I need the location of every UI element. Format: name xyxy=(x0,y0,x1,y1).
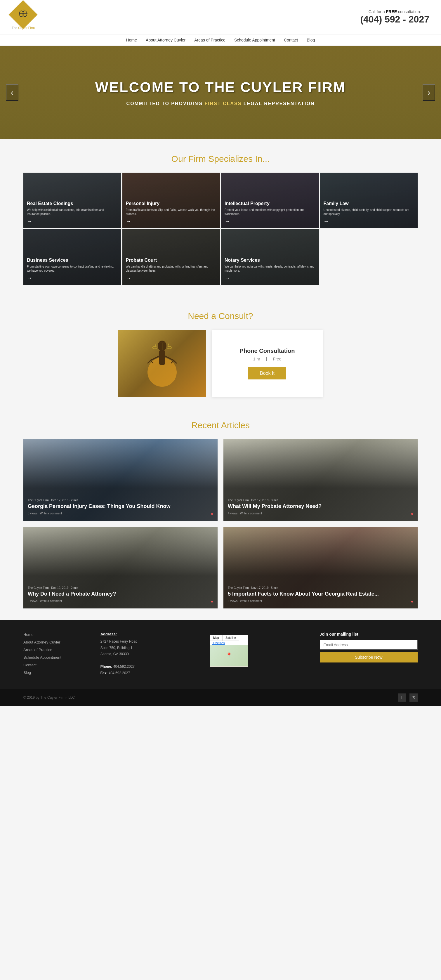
card-content: Personal Injury From traffic accidents t… xyxy=(126,201,217,224)
footer-link-home[interactable]: Home xyxy=(23,632,33,637)
consult-image xyxy=(118,330,206,397)
article-title-1: Georgia Personal Injury Cases: Things Yo… xyxy=(28,503,213,509)
service-real-estate[interactable]: Real Estate Closings We help with reside… xyxy=(23,173,121,228)
service-business[interactable]: Business Services From starting your own… xyxy=(23,229,121,285)
service-arrow-icon: → xyxy=(224,275,315,281)
article-title-2: What Will My Probate Attorney Need? xyxy=(228,503,413,509)
hero-highlight: FIRST CLASS xyxy=(205,101,242,106)
service-personal-injury[interactable]: Personal Injury From traffic accidents t… xyxy=(123,173,220,228)
map-tab-map[interactable]: Map xyxy=(210,635,222,641)
footer-bottom: © 2019 by The Cuyler Firm · LLC f 𝕏 xyxy=(0,689,441,706)
consult-price: Free xyxy=(273,356,281,361)
nav-about[interactable]: About Attorney Cuyler xyxy=(146,38,185,42)
footer-inner: Home About Attorney Cuyler Areas of Prac… xyxy=(23,632,418,678)
service-desc: Protect your ideas and creations with co… xyxy=(224,208,315,216)
article-card-2[interactable]: The Cuyler Firm Dec 12, 2019 · 3 min Wha… xyxy=(223,439,418,521)
social-icons: f 𝕏 xyxy=(398,694,418,702)
footer-link-about[interactable]: About Attorney Cuyler xyxy=(23,640,60,644)
card-content: Family Law Uncontested divorce, child cu… xyxy=(323,201,414,224)
article-card-3[interactable]: The Cuyler Firm Dec 12, 2019 · 2 min Why… xyxy=(23,527,218,608)
service-notary[interactable]: Notary Services We can help you notarize… xyxy=(221,229,319,285)
nav-home[interactable]: Home xyxy=(126,38,137,42)
call-text: Call for a FREE consultation: xyxy=(360,10,429,14)
logo-inner xyxy=(17,8,29,21)
consult-separator: | xyxy=(266,356,268,361)
article-meta-2: The Cuyler Firm Dec 12, 2019 · 3 min xyxy=(228,499,413,502)
book-it-button[interactable]: Book It xyxy=(248,367,286,379)
service-probate[interactable]: Probate Court We can handle drafting and… xyxy=(123,229,220,285)
article-content-4: The Cuyler Firm Nov 17, 2019 · 5 min 5 I… xyxy=(223,582,418,608)
service-desc: We can help you notarize wills, trusts, … xyxy=(224,265,315,273)
footer-subscribe: Join our mailing list! Subscribe Now xyxy=(320,632,418,678)
service-title: Personal Injury xyxy=(126,201,217,206)
phone-number[interactable]: (404) 592 - 2027 xyxy=(360,14,429,25)
article-views-4: 9 views Write a comment xyxy=(228,600,262,604)
footer-link-contact[interactable]: Contact xyxy=(23,663,37,667)
hero-subtitle-suffix: LEGAL REPRESENTATION xyxy=(242,101,315,106)
service-arrow-icon: → xyxy=(224,218,315,224)
map-directions-link[interactable]: Directions xyxy=(210,641,248,645)
nav-blog[interactable]: Blog xyxy=(307,38,315,42)
subscribe-email-input[interactable] xyxy=(320,640,418,650)
article-meta-1: The Cuyler Firm Dec 12, 2019 · 2 min xyxy=(28,499,213,502)
map-pin-icon: 📍 xyxy=(226,652,232,659)
subscribe-button[interactable]: Subscribe Now xyxy=(320,652,418,662)
footer-link-blog[interactable]: Blog xyxy=(23,670,31,675)
footer-map-area[interactable]: 📍 xyxy=(210,645,248,666)
consult-duration: 1 hr xyxy=(253,356,260,361)
footer-address-lines: 2727 Paces Ferry Road Suite 750, Buildin… xyxy=(100,638,198,676)
consult-section: Need a Consult? xyxy=(0,299,441,409)
footer: Home About Attorney Cuyler Areas of Prac… xyxy=(0,620,441,689)
articles-title: Recent Articles xyxy=(23,420,418,430)
article-footer-3: 9 views Write a comment ♥ xyxy=(28,600,213,604)
header: The Cuyler Firm Call for a FREE consulta… xyxy=(0,0,441,34)
article-card-4[interactable]: The Cuyler Firm Nov 17, 2019 · 5 min 5 I… xyxy=(223,527,418,608)
hero-arrow-right[interactable]: › xyxy=(423,84,435,101)
twitter-icon[interactable]: 𝕏 xyxy=(409,694,418,702)
nav-contact[interactable]: Contact xyxy=(284,38,298,42)
specializes-title: Our Firm Specializes In... xyxy=(23,154,418,164)
service-desc: From traffic accidents to 'Slip and Fall… xyxy=(126,208,217,216)
article-footer-4: 9 views Write a comment ♥ xyxy=(228,600,413,604)
service-family-law[interactable]: Family Law Uncontested divorce, child cu… xyxy=(320,173,418,228)
article-footer-2: 4 views Write a comment ♥ xyxy=(228,512,413,516)
article-card-1[interactable]: The Cuyler Firm Dec 12, 2019 · 2 min Geo… xyxy=(23,439,218,521)
nav-schedule[interactable]: Schedule Appointment xyxy=(234,38,275,42)
contact-info: Call for a FREE consultation: (404) 592 … xyxy=(360,10,429,25)
article-meta-4: The Cuyler Firm Nov 17, 2019 · 5 min xyxy=(228,586,413,589)
map-tab-satellite[interactable]: Satellite xyxy=(222,635,239,641)
service-empty xyxy=(320,229,418,285)
articles-grid: The Cuyler Firm Dec 12, 2019 · 2 min Geo… xyxy=(23,439,418,608)
consult-meta: 1 hr | Free xyxy=(251,356,283,361)
service-intellectual[interactable]: Intellectual Property Protect your ideas… xyxy=(221,173,319,228)
nav-areas[interactable]: Areas of Practice xyxy=(194,38,226,42)
service-title: Family Law xyxy=(323,201,414,206)
card-content: Intellectual Property Protect your ideas… xyxy=(224,201,315,224)
article-heart-3[interactable]: ♥ xyxy=(211,600,213,604)
service-arrow-icon: → xyxy=(323,218,414,224)
consult-title: Need a Consult? xyxy=(23,311,418,321)
specializes-section: Our Firm Specializes In... Real Estate C… xyxy=(0,139,441,299)
hero-subtitle: COMMITTED TO PROVIDING FIRST CLASS LEGAL… xyxy=(126,101,315,106)
article-heart-2[interactable]: ♥ xyxy=(411,512,413,516)
article-heart-1[interactable]: ♥ xyxy=(211,512,213,516)
facebook-icon[interactable]: f xyxy=(398,694,406,702)
service-title: Probate Court xyxy=(126,258,217,263)
article-title-3: Why Do I Need a Probate Attorney? xyxy=(28,591,213,597)
footer-link-areas[interactable]: Areas of Practice xyxy=(23,648,52,652)
navigation: Home About Attorney Cuyler Areas of Prac… xyxy=(0,34,441,46)
service-desc: We can handle drafting and probating wil… xyxy=(126,265,217,273)
copyright-text: © 2019 by The Cuyler Firm · LLC xyxy=(23,695,75,700)
service-title: Real Estate Closings xyxy=(27,201,118,206)
logo-diamond xyxy=(9,0,38,29)
card-content: Probate Court We can handle drafting and… xyxy=(126,258,217,281)
hero-title: WELCOME TO THE CUYLER FIRM xyxy=(95,79,346,95)
footer-address: Address: 2727 Paces Ferry Road Suite 750… xyxy=(100,632,198,678)
articles-section: Recent Articles The Cuyler Firm Dec 12, … xyxy=(0,409,441,620)
article-heart-4[interactable]: ♥ xyxy=(411,600,413,604)
service-arrow-icon: → xyxy=(126,218,217,224)
services-grid-top: Real Estate Closings We help with reside… xyxy=(23,173,418,228)
footer-link-schedule[interactable]: Schedule Appointment xyxy=(23,655,61,660)
hero-arrow-left[interactable]: ‹ xyxy=(6,84,18,101)
service-desc: From starting your own company to contra… xyxy=(27,265,118,273)
